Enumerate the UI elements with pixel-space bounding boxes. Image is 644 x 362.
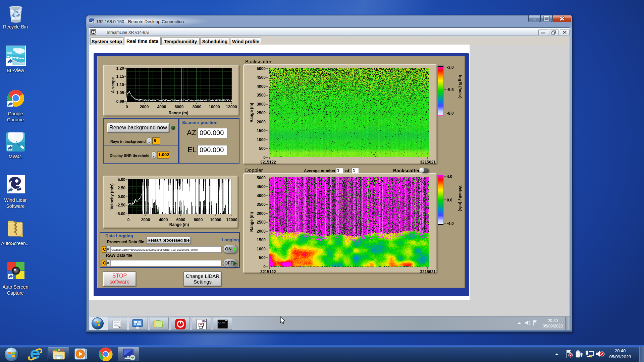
svg-text:Velocity (m/s): Velocity (m/s) <box>458 185 463 211</box>
svg-text:0.99: 0.99 <box>116 99 124 104</box>
svg-text:Range (m): Range (m) <box>169 111 189 115</box>
svg-text:12000: 12000 <box>226 105 237 109</box>
svg-text:6000: 6000 <box>176 218 185 222</box>
svg-text:500: 500 <box>259 146 266 151</box>
svg-text:2000: 2000 <box>140 105 149 109</box>
svg-text:4.0: 4.0 <box>447 174 452 179</box>
svg-text:0.00: 0.00 <box>118 194 126 199</box>
svg-text:10000: 10000 <box>209 105 220 109</box>
svg-text:-4.0: -4.0 <box>447 221 454 226</box>
svg-text:1500: 1500 <box>257 128 266 133</box>
svg-text:-3.0: -3.0 <box>447 65 454 70</box>
svg-text:1.20: 1.20 <box>116 66 124 71</box>
svg-text:1500: 1500 <box>257 238 266 242</box>
svg-text:2500: 2500 <box>257 111 266 115</box>
svg-text:8000: 8000 <box>194 218 203 222</box>
svg-text:Velocity (m/s): Velocity (m/s) <box>110 183 114 209</box>
svg-text:3000: 3000 <box>257 211 266 216</box>
svg-text:2500: 2500 <box>257 220 266 225</box>
svg-text:8000: 8000 <box>193 105 202 109</box>
svg-text:3215122: 3215122 <box>260 269 276 274</box>
svg-text:2000: 2000 <box>257 120 266 124</box>
svg-text:2.50: 2.50 <box>118 186 126 190</box>
svg-text:5000: 5000 <box>257 66 266 71</box>
svg-text:2000: 2000 <box>257 229 266 234</box>
svg-text:1.10: 1.10 <box>116 82 124 87</box>
svg-text:1000: 1000 <box>257 137 266 142</box>
svg-text:3000: 3000 <box>257 102 266 107</box>
svg-text:1.15: 1.15 <box>116 74 124 79</box>
svg-text:5.00: 5.00 <box>118 177 126 182</box>
svg-text:2000: 2000 <box>141 218 150 222</box>
svg-text:Range (m): Range (m) <box>169 222 189 227</box>
svg-text:-8.0: -8.0 <box>447 111 454 116</box>
svg-text:0: 0 <box>263 155 266 160</box>
svg-text:!: ! <box>591 355 591 357</box>
svg-text:4500: 4500 <box>257 75 266 80</box>
svg-text:6000: 6000 <box>175 105 184 109</box>
svg-text:4500: 4500 <box>257 184 266 189</box>
svg-text:10000: 10000 <box>210 218 221 222</box>
svg-text:0: 0 <box>127 218 130 222</box>
svg-text:log B (/m/sr): log B (/m/sr) <box>458 75 463 99</box>
svg-text:5000: 5000 <box>257 176 266 180</box>
svg-text:3500: 3500 <box>257 202 266 207</box>
svg-text:3215621: 3215621 <box>420 269 436 274</box>
svg-text:0.0: 0.0 <box>447 198 452 202</box>
svg-text:-2.50: -2.50 <box>116 203 126 207</box>
svg-text:500: 500 <box>259 255 266 260</box>
svg-text:4000: 4000 <box>257 84 266 89</box>
svg-text:A-scope: A-scope <box>111 77 115 93</box>
svg-text:4000: 4000 <box>257 193 266 198</box>
svg-text:1.05: 1.05 <box>116 90 124 95</box>
svg-text:XR: XR <box>202 319 207 323</box>
svg-text:3215122: 3215122 <box>260 160 276 165</box>
svg-text:-5.5: -5.5 <box>447 87 454 92</box>
svg-text:12000: 12000 <box>226 218 237 222</box>
svg-text:4000: 4000 <box>157 105 166 109</box>
svg-text:Range (m): Range (m) <box>249 212 254 232</box>
svg-text:C:\: C:\ <box>218 321 223 324</box>
svg-text:1000: 1000 <box>257 247 266 251</box>
svg-text:0: 0 <box>263 264 266 269</box>
svg-text:Range (m): Range (m) <box>249 103 254 123</box>
svg-text:-5.00: -5.00 <box>116 212 126 216</box>
svg-text:4000: 4000 <box>159 218 168 222</box>
svg-text:0: 0 <box>126 105 128 109</box>
svg-text:3500: 3500 <box>257 93 266 98</box>
svg-text:3215621: 3215621 <box>420 160 436 165</box>
